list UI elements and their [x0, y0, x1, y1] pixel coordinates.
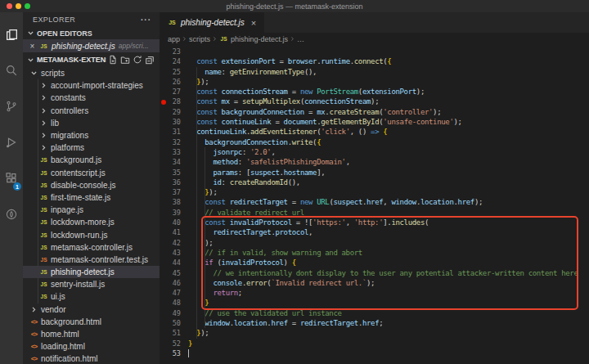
tree-item-lockdown-more.js[interactable]: JSlockdown-more.js	[23, 216, 160, 228]
tree-item-ui.js[interactable]: JSui.js	[23, 290, 160, 303]
open-editor-item[interactable]: ×JSphishing-detect.jsapp/scri...	[23, 39, 160, 52]
code-line[interactable]: 40 const invalidProtocol = !['https:', '…	[160, 218, 589, 227]
code-line[interactable]: 53	[160, 348, 589, 358]
activity-plugin-button[interactable]	[0, 196, 23, 232]
code-line[interactable]: 43 // if in valid, show warning and abor…	[160, 248, 589, 258]
line-number[interactable]: 23	[167, 47, 181, 56]
tree-item-lib[interactable]: lib	[23, 117, 160, 129]
tab-phishing-detect[interactable]: JS phishing-detect.js ×	[160, 12, 264, 33]
line-number[interactable]: 32	[167, 137, 181, 147]
line-number[interactable]: 52	[167, 339, 181, 348]
more-actions-icon[interactable]: ···	[141, 16, 151, 25]
line-number[interactable]: 48	[167, 298, 181, 308]
line-number[interactable]: 47	[167, 288, 181, 298]
tree-item-sentry-install.js[interactable]: JSsentry-install.js	[23, 278, 160, 290]
code-line[interactable]: 28 const mx = setupMultiplex(connectionS…	[160, 97, 589, 106]
activity-explorer-button[interactable]	[0, 16, 23, 52]
line-number[interactable]: 33	[167, 147, 181, 157]
line-number[interactable]: 34	[167, 157, 181, 167]
open-editors-header[interactable]: OPEN EDITORS	[23, 27, 160, 39]
line-number[interactable]: 35	[167, 168, 181, 178]
minimize-button[interactable]	[16, 3, 21, 9]
tree-item-inpage.js[interactable]: JSinpage.js	[23, 204, 160, 216]
code-line[interactable]: 52}	[160, 339, 589, 348]
line-number[interactable]: 36	[167, 178, 181, 187]
line-number[interactable]: 26	[167, 77, 181, 87]
line-number[interactable]: 31	[167, 127, 181, 137]
close-button[interactable]	[7, 3, 12, 9]
line-number[interactable]: 45	[167, 268, 181, 278]
activity-extensions-button[interactable]: 1	[0, 160, 23, 196]
code-line[interactable]: 31 continueLink.addEventListener('click'…	[160, 127, 589, 137]
code-line[interactable]: 48 }	[160, 298, 589, 308]
line-number[interactable]: 49	[167, 308, 181, 318]
code-line[interactable]: 46 console.error(`Invalid redirect url.`…	[160, 278, 589, 288]
code-line[interactable]: 36 id: createRandomId(),	[160, 178, 589, 187]
code-line[interactable]: 23	[160, 47, 589, 56]
new-file-icon[interactable]	[108, 55, 118, 65]
code-line[interactable]: 32 backgroundConnection.write({	[160, 137, 589, 147]
tree-item-metamask-controller.test.js[interactable]: JSmetamask-controller.test.js	[23, 254, 160, 266]
tree-item-loading.html[interactable]: <>loading.html	[23, 340, 160, 353]
code-line[interactable]: 24 const extensionPort = browser.runtime…	[160, 56, 589, 66]
activity-source-control-button[interactable]	[0, 88, 23, 124]
code-line[interactable]: 38 const redirectTarget = new URL(suspec…	[160, 197, 589, 207]
code-line[interactable]: 25 name: getEnvironmentType(),	[160, 67, 589, 77]
new-folder-icon[interactable]	[120, 55, 130, 65]
line-number[interactable]: 28	[167, 97, 181, 106]
close-editor-icon[interactable]: ×	[29, 42, 36, 51]
tree-item-first-time-state.js[interactable]: JSfirst-time-state.js	[23, 191, 160, 204]
tree-item-constants[interactable]: constants	[23, 92, 160, 104]
tree-item-migrations[interactable]: migrations	[23, 129, 160, 142]
line-number[interactable]: 30	[167, 117, 181, 127]
line-number[interactable]: 27	[167, 87, 181, 97]
code-line[interactable]: 26 });	[160, 77, 589, 87]
tree-item-metamask-controller.js[interactable]: JSmetamask-controller.js	[23, 241, 160, 254]
activity-run-debug-button[interactable]	[0, 124, 23, 160]
code-line[interactable]: 44 if (invalidProtocol) {	[160, 258, 589, 267]
code-line[interactable]: 47 return;	[160, 288, 589, 298]
line-number[interactable]: 43	[167, 248, 181, 258]
tree-item-contentscript.js[interactable]: JScontentscript.js	[23, 167, 160, 179]
code-line[interactable]: 42 );	[160, 238, 589, 248]
code-line[interactable]: 35 params: [suspect.hostname],	[160, 168, 589, 178]
line-number[interactable]: 25	[167, 67, 181, 77]
code-line[interactable]: 30 const continueLink = document.getElem…	[160, 117, 589, 127]
tree-item-notification.html[interactable]: <>notification.html	[23, 353, 160, 364]
line-number[interactable]: 24	[167, 56, 181, 66]
collapse-all-icon[interactable]	[145, 55, 155, 65]
code-line[interactable]: 37 });	[160, 187, 589, 197]
code-line[interactable]: 50 window.location.href = redirectTarget…	[160, 318, 589, 328]
line-number[interactable]: 42	[167, 238, 181, 248]
breadcrumb-item[interactable]: app	[168, 35, 180, 43]
code-line[interactable]: 39 // validate redirect url	[160, 208, 589, 218]
line-number[interactable]: 41	[167, 227, 181, 237]
code-line[interactable]: 34 method: 'safelistPhishingDomain',	[160, 157, 589, 167]
tab-close-icon[interactable]: ×	[249, 18, 256, 28]
line-number[interactable]: 53	[167, 348, 181, 358]
code-line[interactable]: 51 });	[160, 328, 589, 338]
line-number[interactable]: 40	[167, 218, 181, 227]
tree-item-home.html[interactable]: <>home.html	[23, 328, 160, 340]
breadcrumb-item[interactable]: scripts	[189, 35, 210, 43]
zoom-button[interactable]	[25, 3, 30, 9]
line-number[interactable]: 29	[167, 107, 181, 117]
tree-item-phishing-detect.js[interactable]: JSphishing-detect.js	[23, 266, 160, 278]
line-number[interactable]: 37	[167, 187, 181, 197]
tree-item-vendor[interactable]: vendor	[23, 303, 160, 316]
workspace-header[interactable]: METAMASK-EXTENS...	[23, 52, 160, 67]
tree-item-lockdown-run.js[interactable]: JSlockdown-run.js	[23, 228, 160, 240]
breadcrumb-item[interactable]: JSphishing-detect.js	[219, 35, 288, 43]
gutter-margin[interactable]	[160, 100, 167, 105]
tree-item-disable-console.js[interactable]: JSdisable-console.js	[23, 179, 160, 191]
line-number[interactable]: 51	[167, 328, 181, 338]
line-number[interactable]: 38	[167, 197, 181, 207]
activity-search-button[interactable]	[0, 52, 23, 88]
code-area[interactable]: 2324 const extensionPort = browser.runti…	[160, 45, 589, 364]
line-number[interactable]: 50	[167, 318, 181, 328]
tree-item-account-import-strategies[interactable]: account-import-strategies	[23, 79, 160, 92]
code-line[interactable]: 27 const connectionStream = new PortStre…	[160, 87, 589, 97]
code-line[interactable]: 45 // we intentionally dont display to t…	[160, 268, 589, 278]
code-line[interactable]: 41 redirectTarget.protocol,	[160, 227, 589, 237]
line-number[interactable]: 44	[167, 258, 181, 267]
